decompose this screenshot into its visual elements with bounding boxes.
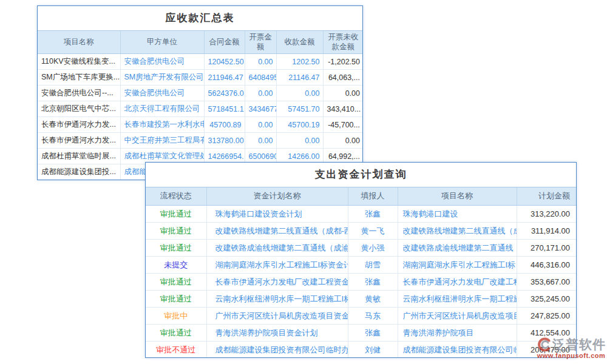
cell-contract-amount[interactable]: 211946.47	[204, 70, 245, 86]
cell-reporter-link[interactable]: 马东	[348, 308, 398, 325]
cell-project-link[interactable]: 青海洪湖养护院项目	[398, 325, 517, 342]
cell-reporter-link[interactable]: 张鑫	[348, 325, 398, 342]
cell-client-unit-link[interactable]: 北京天得工程有限公司	[120, 101, 204, 117]
plan-table-row: 未提交湖南洞庭湖水库引水工程施工I标资金计胡雪湖南洞庭湖水库引水工程施工I标44…	[146, 257, 576, 274]
cell-client-unit-link[interactable]: 安徽合肥供电公司	[120, 86, 204, 101]
cell-plan-amount: 446,316.00	[517, 257, 576, 274]
cell-plan-name-link[interactable]: 长春市伊通河水力发电厂改建工程资金计	[206, 274, 348, 291]
cell-project-link[interactable]: 云南水利枢纽潜明水库一期工程施	[398, 291, 517, 308]
plan-table: 流程状态 资金计划名称 填报人 项目名称 计划金额 审批通过珠海鹤港口建设资金计…	[146, 187, 576, 358]
receivable-summary-panel: 应收款汇总表 项目名称 甲方单位 合同金额 开票金额 收款金额 开票未收款金额 …	[37, 5, 363, 180]
cell-project-name: 成都能源建设集团投...	[38, 164, 120, 180]
status-label: 审批通过	[146, 240, 206, 257]
cell-project-link[interactable]: 成都能源建设集团投资有限公司临	[398, 342, 517, 359]
cell-project-name: 长春市伊通河水力发...	[38, 133, 120, 149]
col-header-flow-status: 流程状态	[146, 187, 206, 206]
cell-outstanding-amount: 64,063,...	[323, 70, 363, 86]
cell-received-amount[interactable]: 1202.50	[276, 54, 323, 70]
cell-project-name: 成都杜甫草堂临时展...	[38, 149, 120, 164]
col-header-project-name: 项目名称	[398, 187, 517, 206]
cell-project-name: 长春市伊通河水力发...	[38, 117, 120, 133]
cell-contract-amount[interactable]: 313780.00	[204, 133, 245, 149]
cell-invoiced-amount[interactable]: 0.00	[245, 133, 276, 149]
cell-reporter-link[interactable]: 刘健	[348, 342, 398, 359]
cell-reporter-link[interactable]: 黄敏	[348, 291, 398, 308]
col-header-contract-amount: 合同金额	[204, 31, 245, 54]
cell-reporter-link[interactable]: 黄小强	[348, 240, 398, 257]
cell-invoiced-amount[interactable]: 0.00	[245, 86, 276, 101]
cell-plan-name-link[interactable]: 云南水利枢纽潜明水库一期工程施工I标	[206, 291, 348, 308]
cell-outstanding-amount: 0.00	[323, 133, 363, 149]
col-header-plan-amount: 计划金额	[517, 187, 576, 206]
cell-plan-name-link[interactable]: 湖南洞庭湖水库引水工程施工I标资金计	[206, 257, 348, 274]
cell-plan-name-link[interactable]: 珠海鹤港口建设资金计划	[206, 206, 348, 223]
plan-table-row: 审批中广州市天河区统计局机房改造项目资金计马东广州市天河区统计局机房改造项目24…	[146, 308, 576, 325]
cell-contract-amount[interactable]: 5718451.1	[204, 101, 245, 117]
receivable-table-row: 安徽合肥供电公司--...安徽合肥供电公司5624376.00.000.000.…	[38, 86, 363, 101]
plan-table-row: 审批通过云南水利枢纽潜明水库一期工程施工I标黄敏云南水利枢纽潜明水库一期工程施3…	[146, 291, 576, 308]
cell-received-amount[interactable]: 0.00	[276, 86, 323, 101]
status-label: 审批通过	[146, 325, 206, 342]
cell-invoiced-amount[interactable]: 34346776	[245, 101, 276, 117]
cell-reporter-link[interactable]: 张鑫	[348, 206, 398, 223]
cell-project-name: 安徽合肥供电公司--...	[38, 86, 120, 101]
plan-table-row: 审批通过改建铁路线增建第二线直通线（成都-西黄一飞改建铁路线增建第二线直通线（成…	[146, 223, 576, 240]
cell-contract-amount[interactable]: 120452.50	[204, 54, 245, 70]
col-header-received-amount: 收款金额	[276, 31, 323, 54]
cell-outstanding-amount: 0.00	[323, 86, 363, 101]
cell-project-link[interactable]: 湖南洞庭湖水库引水工程施工I标	[398, 257, 517, 274]
status-label: 未提交	[146, 257, 206, 274]
cell-outstanding-amount: -1,202.50	[323, 54, 363, 70]
receivable-table-row: SM广场地下车库更换...SM房地产开发有限公司211946.476408495…	[38, 70, 363, 86]
plan-table-row: 审批通过长春市伊通河水力发电厂改建工程资金计张鑫长春市伊通河水力发电厂改建工程3…	[146, 274, 576, 291]
cell-outstanding-amount: 343,410...	[323, 101, 363, 117]
cell-invoiced-amount[interactable]: 0.00	[245, 117, 276, 133]
cell-project-link[interactable]: 广州市天河区统计局机房改造项目	[398, 308, 517, 325]
cell-client-unit-link[interactable]: 安徽合肥供电公司	[120, 54, 204, 70]
cell-plan-name-link[interactable]: 改建铁路成渝线增建第二直通线（成渝	[206, 240, 348, 257]
vendor-watermark: 泛普软件 www.fanpusoft.com	[537, 336, 606, 359]
cell-plan-name-link[interactable]: 成都能源建设集团投资有限公司临时办公	[206, 342, 348, 359]
plan-table-row: 审批通过珠海鹤港口建设资金计划张鑫珠海鹤港口建设313,220.00	[146, 206, 576, 223]
cell-contract-amount[interactable]: 5624376.0	[204, 86, 245, 101]
cell-plan-amount: 325,245.00	[517, 291, 576, 308]
status-label: 审批通过	[146, 206, 206, 223]
cell-invoiced-amount[interactable]: 64084954	[245, 70, 276, 86]
status-label: 审批通过	[146, 274, 206, 291]
cell-project-link[interactable]: 长春市伊通河水力发电厂改建工程	[398, 274, 517, 291]
cell-project-name: 北京朝阳区电气中芯...	[38, 101, 120, 117]
expenditure-plan-query-panel: 支出资金计划查询 流程状态 资金计划名称 填报人 项目名称 计划金额 审批通过珠…	[145, 162, 577, 358]
col-header-invoiced-amount: 开票金额	[245, 31, 276, 54]
plan-table-row: 审批不通过成都能源建设集团投资有限公司临时办公刘健成都能源建设集团投资有限公司临…	[146, 342, 576, 359]
col-header-reporter: 填报人	[348, 187, 398, 206]
cell-client-unit-link[interactable]: 中交王府井第三工程局有	[120, 133, 204, 149]
cell-received-amount[interactable]: 45700.19	[276, 117, 323, 133]
cell-invoiced-amount[interactable]: 0.00	[245, 54, 276, 70]
plan-table-row: 审批通过改建铁路成渝线增建第二直通线（成渝黄小强改建铁路成渝线增建第二直通线（2…	[146, 240, 576, 257]
cell-contract-amount[interactable]: 45700.89	[204, 117, 245, 133]
cell-client-unit-link[interactable]: SM房地产开发有限公司	[120, 70, 204, 86]
cell-client-unit-link[interactable]: 长春市建投第一水利水电	[120, 117, 204, 133]
cell-plan-name-link[interactable]: 改建铁路线增建第二线直通线（成都-西	[206, 223, 348, 240]
cell-received-amount[interactable]: 57451.70	[276, 101, 323, 117]
cell-project-link[interactable]: 珠海鹤港口建设	[398, 206, 517, 223]
col-header-plan-name: 资金计划名称	[206, 187, 348, 206]
cell-reporter-link[interactable]: 胡雪	[348, 257, 398, 274]
status-label: 审批通过	[146, 223, 206, 240]
cell-plan-name-link[interactable]: 青海洪湖养护院项目资金计划	[206, 325, 348, 342]
cell-received-amount[interactable]: 21146.47	[276, 70, 323, 86]
cell-plan-amount: 270,171.00	[517, 240, 576, 257]
cell-received-amount[interactable]: 0.00	[276, 133, 323, 149]
cell-reporter-link[interactable]: 张鑫	[348, 274, 398, 291]
col-header-project-name: 项目名称	[38, 31, 120, 54]
cell-reporter-link[interactable]: 黄一飞	[348, 223, 398, 240]
cell-project-link[interactable]: 改建铁路成渝线增建第二直通线（	[398, 240, 517, 257]
col-header-outstanding-amount: 开票未收款金额	[323, 31, 363, 54]
vendor-url: www.fanpusoft.com	[537, 352, 606, 359]
cell-outstanding-amount: -45,700...	[323, 117, 363, 133]
cell-project-link[interactable]: 改建铁路线增建第二线直通线（成	[398, 223, 517, 240]
status-label: 审批不通过	[146, 342, 206, 359]
vendor-brand-name: 泛普软件	[552, 336, 606, 353]
receivable-table-row: 110KV安徽线程集变...安徽合肥供电公司120452.500.001202.…	[38, 54, 363, 70]
cell-plan-name-link[interactable]: 广州市天河区统计局机房改造项目资金计	[206, 308, 348, 325]
